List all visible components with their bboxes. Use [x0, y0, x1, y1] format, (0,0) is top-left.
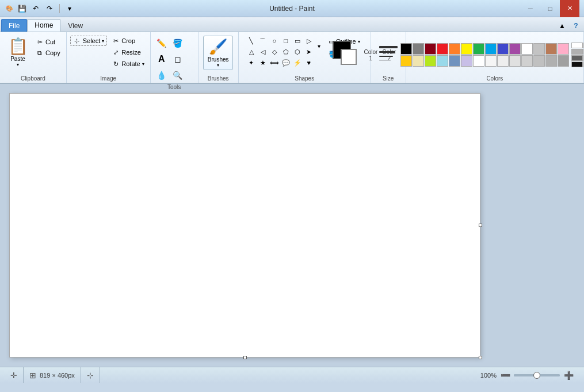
minimize-button[interactable]: ─ — [521, 0, 540, 17]
color-cell[interactable] — [461, 43, 472, 55]
extra-color-cell[interactable] — [571, 62, 583, 67]
color2-button[interactable]: Color2 — [382, 49, 396, 62]
shapes-dropdown-button[interactable]: ▾ — [315, 36, 323, 56]
zoom-slider[interactable] — [514, 374, 560, 376]
shape-lightning-btn[interactable]: ⚡ — [292, 57, 303, 68]
shape-oval-btn[interactable]: ○ — [269, 36, 280, 46]
tab-home[interactable]: Home — [27, 19, 60, 32]
redo-button[interactable]: ↷ — [44, 3, 55, 14]
shape-pent-btn[interactable]: ⬠ — [281, 47, 291, 57]
color-cell[interactable] — [449, 55, 460, 67]
select-label: Select — [83, 37, 101, 44]
color-cell[interactable] — [497, 43, 509, 55]
ribbon-group-colors: Color1 Color2 — [406, 32, 584, 83]
color-cell[interactable] — [461, 55, 472, 67]
select-button[interactable]: ⊹ Select ▾ — [70, 36, 108, 46]
pencil-button[interactable]: ✏️ — [154, 36, 169, 51]
canvas-handle-bottom[interactable] — [243, 356, 247, 359]
shape-diamond-btn[interactable]: ◇ — [269, 47, 280, 57]
extra-color-cell[interactable] — [571, 49, 583, 55]
color-cell[interactable] — [425, 43, 436, 55]
color-cell[interactable] — [521, 43, 533, 55]
tab-view[interactable]: View — [60, 19, 90, 32]
color-cell[interactable] — [437, 55, 448, 67]
color1-button[interactable]: Color1 — [364, 49, 377, 62]
image-ops-col: ✂ Crop ⤢ Resize ↻ Rotate ▾ — [109, 36, 146, 69]
save-button[interactable]: 💾 — [16, 3, 28, 14]
text-button[interactable]: A — [154, 52, 169, 67]
color-cell[interactable] — [413, 43, 424, 55]
color-cell[interactable] — [437, 43, 448, 55]
undo-button[interactable]: ↶ — [30, 3, 41, 14]
fill-button[interactable]: 🪣 — [170, 36, 185, 51]
ribbon-group-brushes: 🖌️ Brushes ▾ Brushes — [199, 32, 239, 83]
close-button[interactable]: ✕ — [560, 0, 579, 17]
brushes-group-label: Brushes — [208, 75, 229, 83]
color-cell[interactable] — [558, 55, 569, 67]
maximize-button[interactable]: □ — [540, 0, 560, 17]
shape-rect2-btn[interactable]: ▭ — [292, 36, 303, 46]
paste-icon: 📋 — [8, 39, 28, 55]
zoom-out-button[interactable]: ➖ — [500, 371, 510, 380]
shape-rtri-btn[interactable]: ◁ — [258, 47, 268, 57]
color-cell[interactable] — [509, 43, 521, 55]
color-cell[interactable] — [545, 43, 557, 55]
zoom-slider-thumb[interactable] — [533, 372, 540, 379]
shape-curve-btn[interactable]: ⌒ — [258, 36, 268, 46]
color-cell[interactable] — [545, 55, 557, 67]
ribbon-collapse-button[interactable]: ▲ — [556, 20, 568, 32]
paste-label: Paste — [10, 56, 25, 62]
extra-row-3 — [571, 55, 584, 61]
copy-button[interactable]: ⧉ Copy — [33, 48, 63, 58]
shape-tri-btn[interactable]: △ — [246, 47, 257, 57]
resize-button[interactable]: ⤢ Resize — [109, 47, 146, 57]
zoom-section: 100% ➖ ➕ — [475, 371, 579, 380]
status-add-section: ✛ — [5, 367, 24, 383]
shape-rect-btn[interactable]: □ — [281, 36, 291, 46]
add-icon[interactable]: ✛ — [10, 371, 17, 380]
shape-star4-btn[interactable]: ✦ — [246, 57, 257, 68]
eraser-button[interactable]: ◻ — [170, 52, 185, 67]
color2-swatch[interactable] — [341, 49, 357, 65]
color-cell[interactable] — [485, 55, 497, 67]
color-cell[interactable] — [497, 55, 509, 67]
extra-color-cell[interactable] — [571, 43, 583, 48]
qa-dropdown-button[interactable]: ▾ — [64, 3, 75, 14]
shape-heart-btn[interactable]: ♥ — [304, 57, 314, 68]
tab-file[interactable]: File — [1, 19, 27, 32]
shape-darrow-btn[interactable]: ⟺ — [269, 57, 280, 68]
color-cell[interactable] — [425, 55, 436, 67]
statusbar: ✛ ⊞ 819 × 460px ⊹ 100% ➖ ➕ — [0, 367, 584, 383]
shape-star5-btn[interactable]: ★ — [258, 57, 268, 68]
paste-button[interactable]: 📋 Paste ▾ — [3, 36, 32, 69]
zoom-in-button[interactable]: ➕ — [563, 371, 574, 380]
color-cell[interactable] — [449, 43, 460, 55]
shape-bubble-btn[interactable]: 💬 — [281, 57, 291, 68]
color-cell[interactable] — [485, 43, 497, 55]
color-cell[interactable] — [533, 43, 545, 55]
shape-hex-btn[interactable]: ⬡ — [292, 47, 303, 57]
cut-button[interactable]: ✂ Cut — [33, 37, 63, 47]
shape-rarrow-btn[interactable]: ➤ — [304, 47, 314, 57]
color-picker-button[interactable]: 💧 — [154, 68, 169, 83]
shape-line-btn[interactable]: ╲ — [246, 36, 257, 46]
color-cell[interactable] — [473, 55, 484, 67]
magnifier-button[interactable]: 🔍 — [170, 68, 185, 83]
color-cell[interactable] — [473, 43, 484, 55]
color-cell[interactable] — [400, 43, 412, 55]
brushes-button[interactable]: 🖌️ Brushes ▾ — [203, 36, 233, 70]
extra-color-cell[interactable] — [571, 55, 583, 61]
rotate-button[interactable]: ↻ Rotate ▾ — [109, 59, 146, 69]
crop-button[interactable]: ✂ Crop — [109, 36, 146, 46]
help-button[interactable]: ? — [570, 20, 582, 32]
color-cell[interactable] — [558, 43, 569, 55]
shape-arrow-btn[interactable]: ▷ — [304, 36, 314, 46]
canvas-handle-right[interactable] — [479, 224, 482, 227]
color-cell[interactable] — [400, 55, 412, 67]
color-cell[interactable] — [413, 55, 424, 67]
color-cell[interactable] — [521, 55, 533, 67]
canvas-handle-corner[interactable] — [479, 356, 482, 359]
color-cell[interactable] — [509, 55, 521, 67]
color-cell[interactable] — [533, 55, 545, 67]
drawing-canvas[interactable] — [9, 93, 480, 358]
